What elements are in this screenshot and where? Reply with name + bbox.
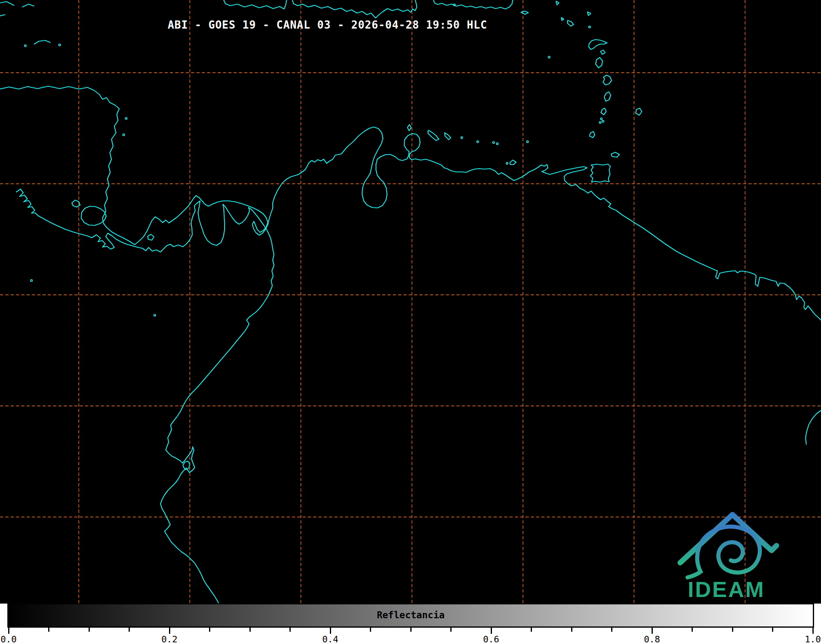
logo-mountain-roof-icon xyxy=(680,515,777,563)
colorbar-minor-tick xyxy=(410,628,412,632)
coastline-st-croix xyxy=(521,11,528,14)
reflectance-colorbar: Reflectancia xyxy=(7,603,814,628)
colorbar-minor-tick xyxy=(129,628,130,632)
coastline-bay-islands xyxy=(34,40,50,44)
coastline-martinique xyxy=(603,75,612,85)
coastline-aruba xyxy=(407,125,411,131)
colorbar-tick-label: 0.2 xyxy=(153,634,186,644)
colorbar-tick-label: 0.0 xyxy=(0,634,25,644)
satellite-image-page: ABI - GOES 19 - CANAL 03 - 2026-04-28 19… xyxy=(0,0,821,644)
ideam-logo: IDEAM xyxy=(665,502,792,604)
coastline-hispaniola-south xyxy=(292,0,417,18)
coastline-brazil-fragment xyxy=(805,410,821,444)
colorbar-minor-tick xyxy=(611,628,612,632)
coastline-nw-fragment-3 xyxy=(22,4,34,7)
coastline-barbados xyxy=(636,108,642,115)
colorbar-major-tick xyxy=(812,628,814,634)
colorbar-minor-tick xyxy=(692,628,693,632)
coastline-coiba xyxy=(148,234,154,240)
coastline-tobago xyxy=(611,152,619,157)
logo-text: IDEAM xyxy=(688,577,765,602)
coastline-margarita xyxy=(510,160,516,165)
coastline-puerto-rico xyxy=(434,0,513,9)
colorbar-minor-tick xyxy=(531,628,532,632)
colorbar-tick-label: 1.0 xyxy=(797,634,821,644)
coastline-guadeloupe xyxy=(589,40,607,49)
coastline-dominica xyxy=(596,58,603,68)
colorbar-minor-tick xyxy=(450,628,452,632)
coastline-islet-1 xyxy=(556,1,559,5)
logo-hurricane-spiral-icon xyxy=(688,527,760,577)
colorbar-minor-tick xyxy=(209,628,210,632)
colorbar-minor-tick xyxy=(732,628,733,632)
coastline-nw-fragment-1 xyxy=(0,2,14,5)
colorbar-minor-tick xyxy=(571,628,572,632)
colorbar-axis: 0.00.20.40.60.81.0 xyxy=(0,628,821,644)
coastline-trinidad xyxy=(590,164,610,182)
coastline-bonaire xyxy=(445,133,451,140)
colorbar-minor-tick xyxy=(249,628,251,632)
coastline-lake-nicaragua xyxy=(81,206,106,225)
coastline-haiti-south xyxy=(224,0,287,9)
map-title: ABI - GOES 19 - CANAL 03 - 2026-04-28 19… xyxy=(0,19,655,31)
coastline-st-lucia xyxy=(604,92,611,101)
colorbar-major-tick xyxy=(330,628,331,634)
colorbar-major-tick xyxy=(169,628,170,634)
colorbar-tick-label: 0.4 xyxy=(314,634,347,644)
satellite-map: ABI - GOES 19 - CANAL 03 - 2026-04-28 19… xyxy=(0,0,821,604)
colorbar-tick-label: 0.8 xyxy=(636,634,668,644)
colorbar-minor-tick xyxy=(370,628,371,632)
coastline-marie-galante xyxy=(601,50,605,54)
colorbar-minor-tick xyxy=(289,628,291,632)
coastline-grenada xyxy=(590,131,595,138)
colorbar-minor-tick xyxy=(89,628,90,632)
coastline-st-vincent xyxy=(601,108,606,115)
colorbar-major-tick xyxy=(8,628,9,634)
coastline-curacao xyxy=(428,130,439,140)
coastline-caribbean-mainline xyxy=(0,86,821,320)
colorbar-major-tick xyxy=(652,628,653,634)
colorbar-minor-tick xyxy=(48,628,49,632)
colorbar-major-tick xyxy=(491,628,492,634)
colorbar-minor-tick xyxy=(772,628,773,632)
coastline-nw-fragment-2 xyxy=(0,15,5,16)
coastline-pacific-mainline xyxy=(16,189,274,604)
colorbar-label: Reflectancia xyxy=(9,610,813,620)
colorbar-tick-label: 0.6 xyxy=(475,634,507,644)
coastline-islet-3 xyxy=(587,12,591,16)
